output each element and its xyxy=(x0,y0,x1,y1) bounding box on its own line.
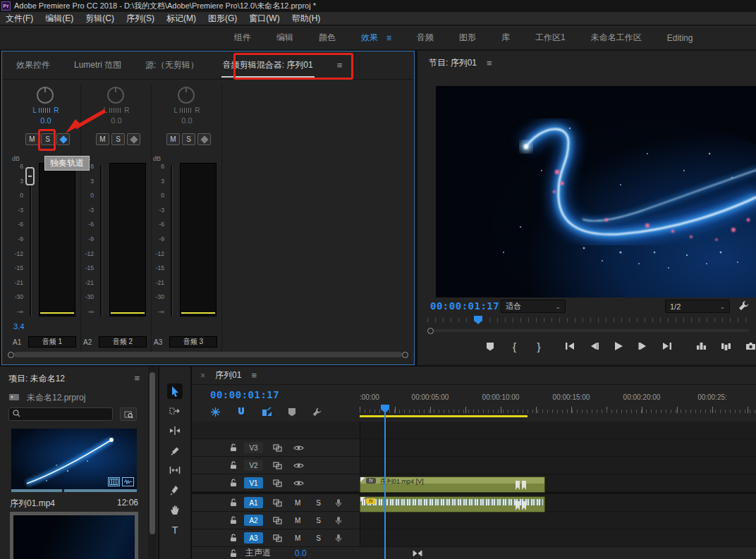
timeline-timecode[interactable]: 00:00:01:17 xyxy=(210,389,279,400)
track-lock-icon[interactable] xyxy=(230,461,237,469)
pan-knob[interactable] xyxy=(107,87,124,104)
playback-resolution-select[interactable]: 1/2⌄ xyxy=(665,300,730,313)
folder-up-icon[interactable] xyxy=(8,393,20,403)
master-meters-icon[interactable] xyxy=(413,550,422,557)
add-marker-button[interactable] xyxy=(485,341,495,351)
track-name-field[interactable]: 音频 1 xyxy=(28,336,76,348)
track-lock-icon[interactable] xyxy=(230,479,237,487)
track-solo-button[interactable]: S xyxy=(316,534,321,542)
scrollbar-left-knob[interactable] xyxy=(427,328,434,334)
ripple-edit-tool[interactable] xyxy=(167,423,183,438)
track-target-badge[interactable]: V2 xyxy=(244,460,263,471)
track-select-forward-tool[interactable] xyxy=(167,403,183,419)
track-lock-icon[interactable] xyxy=(230,498,237,507)
fader-track[interactable] xyxy=(100,166,102,317)
write-keyframes-button[interactable] xyxy=(197,133,211,145)
sync-lock-icon[interactable] xyxy=(273,462,282,469)
master-volume-value[interactable]: 0.0 xyxy=(295,548,307,558)
scrollbar-bar[interactable] xyxy=(14,352,402,357)
track-lock-icon[interactable] xyxy=(230,534,237,542)
timeline-panel-menu-icon[interactable]: ≡ xyxy=(251,370,257,381)
pan-value[interactable]: 0.0 xyxy=(152,116,222,125)
workspace-tab-effects[interactable]: 效果 xyxy=(361,32,378,44)
program-scrollbar[interactable] xyxy=(427,327,749,334)
add-marker-icon[interactable] xyxy=(288,407,296,419)
menu-item[interactable]: 文件(F) xyxy=(6,13,33,25)
scrollbar-right-knob[interactable] xyxy=(402,352,408,358)
type-tool[interactable]: T xyxy=(167,522,183,537)
track-target-badge[interactable]: A3 xyxy=(244,532,263,543)
solo-button[interactable]: S xyxy=(111,133,125,145)
nest-insert-icon[interactable] xyxy=(210,407,221,419)
workspace-tab-audio[interactable]: 音频 xyxy=(417,32,434,44)
selection-tool[interactable] xyxy=(167,383,183,399)
menu-item[interactable]: 窗口(W) xyxy=(249,13,279,25)
lift-button[interactable] xyxy=(696,341,707,351)
track-target-badge[interactable]: A1 xyxy=(244,497,263,508)
voiceover-mic-icon[interactable] xyxy=(335,516,342,525)
tab-audio-clip-mixer[interactable]: 音频剪辑混合器: 序列01 xyxy=(223,59,313,71)
thumbnail-scrub-bar[interactable] xyxy=(11,489,137,492)
track-visibility-eye-icon[interactable] xyxy=(293,462,304,469)
menu-item[interactable]: 序列(S) xyxy=(126,13,154,25)
workspace-tab-graphics[interactable]: 图形 xyxy=(459,32,476,44)
panel-close-icon[interactable]: × xyxy=(200,371,205,381)
sync-lock-icon[interactable] xyxy=(273,479,282,487)
workspace-tab-editing-cn[interactable]: 编辑 xyxy=(276,32,293,44)
mute-button[interactable]: M xyxy=(166,133,180,145)
menu-item[interactable]: 标记(M) xyxy=(166,13,196,25)
mixer-horizontal-scrollbar[interactable] xyxy=(8,350,408,359)
zoom-level-select[interactable]: 适合⌄ xyxy=(501,300,566,313)
sync-lock-icon[interactable] xyxy=(273,444,282,452)
project-scrollbar-thumb[interactable] xyxy=(150,372,155,534)
voiceover-mic-icon[interactable] xyxy=(335,534,342,543)
slip-tool[interactable] xyxy=(167,462,183,478)
write-keyframes-button[interactable] xyxy=(127,133,140,145)
track-mute-button[interactable]: M xyxy=(295,499,300,507)
fader-track[interactable] xyxy=(30,166,31,317)
workspace-tab-components[interactable]: 组件 xyxy=(234,32,251,44)
tab-source-monitor[interactable]: 源:（无剪辑） xyxy=(145,59,198,71)
project-search-box[interactable] xyxy=(8,407,113,421)
extract-button[interactable] xyxy=(721,341,731,351)
export-frame-camera-icon[interactable] xyxy=(745,341,756,351)
tab-effect-controls[interactable]: 效果控件 xyxy=(16,59,50,71)
search-input[interactable] xyxy=(24,410,102,419)
track-solo-button[interactable]: S xyxy=(316,499,321,507)
track-name-field[interactable]: 音频 2 xyxy=(99,336,147,348)
clip-name[interactable]: 序列01.mp4 xyxy=(10,498,55,510)
menu-item[interactable]: 图形(G) xyxy=(208,13,237,25)
video-clip-v1[interactable]: fx 序列01.mp4 [V] xyxy=(360,477,545,493)
program-settings-wrench-icon[interactable] xyxy=(738,299,750,314)
track-mute-button[interactable]: M xyxy=(295,517,300,524)
mark-out-button[interactable]: } xyxy=(534,341,544,351)
play-button[interactable] xyxy=(614,341,623,351)
track-target-badge[interactable]: A2 xyxy=(244,515,263,526)
solo-button[interactable]: S xyxy=(182,133,195,145)
track-solo-button[interactable]: S xyxy=(316,517,321,524)
solo-button[interactable]: S xyxy=(41,133,54,145)
pan-knob[interactable] xyxy=(178,87,195,104)
go-to-out-button[interactable] xyxy=(662,341,672,351)
step-forward-button[interactable] xyxy=(638,341,647,351)
track-visibility-eye-icon[interactable] xyxy=(293,445,304,451)
track-lock-icon[interactable] xyxy=(230,516,237,524)
workspace-tab-color[interactable]: 颜色 xyxy=(319,32,336,44)
track-target-badge[interactable]: V3 xyxy=(244,442,263,453)
program-panel-menu-icon[interactable]: ≡ xyxy=(487,58,492,68)
track-visibility-eye-icon[interactable] xyxy=(293,480,304,486)
timeline-tab[interactable]: 序列01 xyxy=(215,369,241,381)
track-mute-button[interactable]: M xyxy=(295,534,300,542)
timeline-playhead-line[interactable] xyxy=(384,406,386,559)
snap-magnet-icon[interactable] xyxy=(236,407,246,419)
timeline-settings-wrench-icon[interactable] xyxy=(312,406,323,419)
breadcrumb-label[interactable]: 未命名12.prproj xyxy=(27,392,85,404)
track-lock-icon[interactable] xyxy=(230,549,237,558)
menu-item[interactable]: 编辑(E) xyxy=(45,13,73,25)
workspace-tab-unnamed[interactable]: 未命名工作区 xyxy=(591,32,642,44)
workspace-tab-workspace1[interactable]: 工作区1 xyxy=(535,32,566,44)
project-panel-menu-icon[interactable]: ≡ xyxy=(134,373,140,385)
pen-tool[interactable] xyxy=(167,482,183,498)
track-name-field[interactable]: 音频 3 xyxy=(169,336,217,348)
track-target-badge[interactable]: V1 xyxy=(244,477,263,489)
